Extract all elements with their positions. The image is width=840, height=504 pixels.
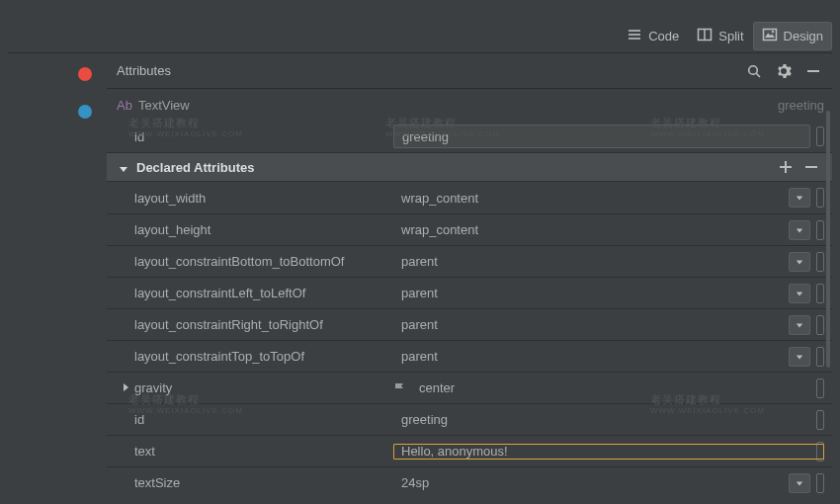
svg-rect-5 — [763, 30, 776, 41]
info-icon[interactable] — [78, 105, 92, 119]
attr-value-cell[interactable]: parent — [393, 315, 824, 335]
attr-dropdown[interactable] — [789, 188, 810, 208]
attr-handle[interactable] — [816, 410, 824, 430]
attr-handle[interactable] — [816, 252, 824, 272]
attr-value: 24sp — [393, 475, 783, 490]
attr-row: textSize 24sp — [107, 466, 832, 498]
attr-handle[interactable] — [816, 284, 824, 303]
attr-name: layout_height — [107, 222, 393, 237]
left-gutter — [0, 53, 107, 504]
svg-marker-17 — [797, 260, 802, 264]
attr-value: parent — [393, 286, 783, 300]
attr-handle[interactable] — [816, 126, 824, 146]
split-icon — [697, 27, 713, 45]
attr-handle[interactable] — [816, 347, 824, 367]
scrollbar[interactable] — [826, 111, 830, 368]
attr-value: parent — [393, 317, 783, 332]
search-icon[interactable] — [745, 62, 763, 80]
attr-name: id — [107, 412, 393, 427]
attr-row: layout_constraintLeft_toLeftOf parent — [107, 277, 832, 308]
tab-design[interactable]: Design — [753, 22, 832, 50]
attr-dropdown[interactable] — [789, 315, 810, 335]
flag-icon — [393, 381, 407, 395]
svg-marker-15 — [797, 196, 802, 200]
view-mode-toolbar: Code Split Design — [8, 0, 832, 53]
tab-code[interactable]: Code — [618, 22, 688, 50]
tab-split[interactable]: Split — [688, 22, 752, 50]
attr-row: text Hello, anonymous! — [107, 435, 832, 466]
id-input[interactable] — [393, 125, 810, 148]
attr-row: id — [107, 121, 832, 152]
attr-row: id greeting — [107, 403, 832, 435]
svg-point-7 — [771, 31, 773, 33]
attr-dropdown[interactable] — [789, 473, 810, 493]
svg-marker-18 — [797, 292, 802, 295]
minimize-icon[interactable] — [804, 62, 822, 80]
attr-value-cell[interactable]: Hello, anonymous! — [393, 442, 824, 462]
code-icon — [627, 27, 642, 45]
attr-row: layout_width wrap_content — [107, 182, 832, 213]
attr-value-cell[interactable]: center — [393, 378, 824, 398]
attr-handle[interactable] — [816, 220, 824, 240]
attr-name: text — [107, 444, 393, 459]
panel-title: Attributes — [117, 63, 733, 78]
attr-name: textSize — [107, 475, 393, 490]
attr-handle[interactable] — [816, 315, 824, 335]
attr-value: parent — [393, 254, 783, 269]
attr-row: layout_constraintTop_toTopOf parent — [107, 340, 832, 372]
component-id-label: greeting — [778, 98, 824, 113]
attr-handle[interactable] — [816, 473, 824, 493]
add-attribute-button[interactable] — [777, 158, 795, 176]
attribute-list: id Declared Attributes layout_width — [107, 121, 832, 504]
attr-handle[interactable] — [816, 188, 824, 208]
tab-split-label: Split — [718, 29, 743, 43]
svg-marker-20 — [797, 355, 802, 359]
section-title-label: Declared Attributes — [136, 160, 254, 175]
component-header: Ab TextView greeting — [107, 89, 832, 121]
attr-value: center — [411, 380, 810, 395]
attr-value: Hello, anonymous! — [393, 444, 810, 459]
tab-design-label: Design — [784, 29, 823, 43]
attr-name: layout_constraintBottom_toBottomOf — [107, 254, 393, 269]
attributes-panel-header: Attributes — [107, 53, 832, 89]
attr-dropdown[interactable] — [789, 252, 810, 272]
attr-name: id — [107, 129, 393, 144]
attr-value: wrap_content — [393, 191, 783, 206]
attr-value-cell[interactable]: 24sp — [393, 473, 824, 493]
attr-value: greeting — [393, 412, 810, 427]
svg-line-9 — [756, 73, 760, 77]
chevron-right-icon — [121, 380, 130, 395]
attr-name: layout_constraintLeft_toLeftOf — [107, 286, 393, 300]
svg-marker-22 — [797, 481, 802, 485]
attr-value-cell[interactable]: parent — [393, 284, 824, 303]
gear-icon[interactable] — [775, 62, 793, 80]
attr-value-cell[interactable]: wrap_content — [393, 220, 824, 240]
attr-dropdown[interactable] — [789, 347, 810, 367]
attributes-panel: Attributes Ab TextView greeting id — [107, 53, 832, 504]
attr-value-cell[interactable]: parent — [393, 347, 824, 367]
attr-handle[interactable] — [816, 378, 824, 398]
attr-value-cell[interactable]: parent — [393, 252, 824, 272]
attr-row: gravity center — [107, 372, 832, 403]
tab-code-label: Code — [648, 29, 679, 43]
remove-attribute-button[interactable] — [802, 158, 820, 176]
attr-row: layout_height wrap_content — [107, 213, 832, 245]
attr-name: layout_width — [107, 191, 393, 206]
svg-marker-19 — [797, 323, 802, 327]
svg-marker-21 — [124, 383, 128, 391]
attr-row: layout_constraintRight_toRightOf parent — [107, 308, 832, 340]
attr-value: wrap_content — [393, 222, 783, 237]
svg-marker-6 — [765, 34, 775, 39]
attr-value-cell[interactable]: wrap_content — [393, 188, 824, 208]
attr-name: gravity — [107, 380, 393, 395]
attr-value: parent — [393, 349, 783, 364]
svg-point-8 — [749, 65, 758, 74]
section-declared-attributes[interactable]: Declared Attributes — [107, 152, 832, 182]
attr-dropdown[interactable] — [789, 220, 810, 240]
attr-row: layout_constraintBottom_toBottomOf paren… — [107, 245, 832, 277]
error-icon[interactable] — [78, 67, 92, 81]
attr-value-cell[interactable]: greeting — [393, 410, 824, 430]
attr-handle[interactable] — [816, 442, 824, 462]
attr-dropdown[interactable] — [789, 284, 810, 303]
attr-name: layout_constraintTop_toTopOf — [107, 349, 393, 364]
